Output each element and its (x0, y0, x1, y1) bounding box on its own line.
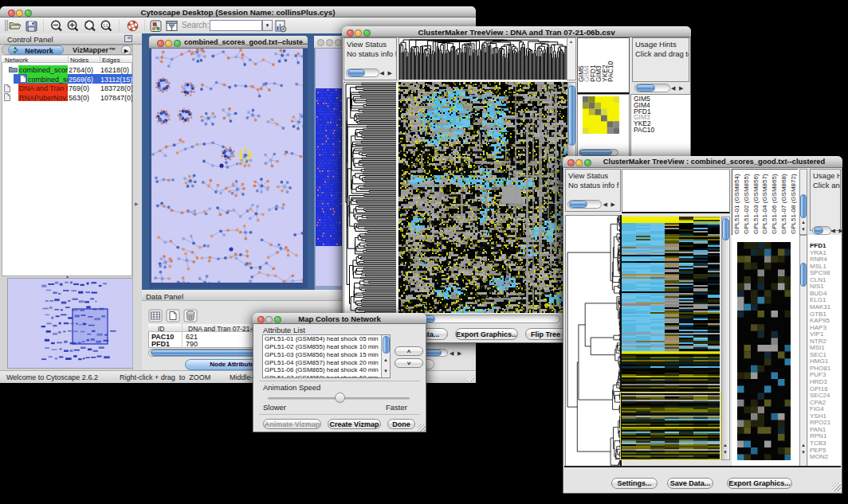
svg-text:GPL51-08 (GSM872): GPL51-08 (GSM872) (790, 174, 797, 234)
svg-text:GPL51-07 (GSM868): GPL51-07 (GSM868) (780, 174, 787, 234)
svg-text:1:1: 1:1 (103, 24, 108, 28)
svg-text:GPL51-06 (GSM865): GPL51-06 (GSM865) (771, 174, 778, 234)
svg-text:GPL51-02 (GSM855): GPL51-02 (GSM855) (743, 174, 750, 234)
svg-text:GPL51-03 (GSM856): GPL51-03 (GSM856) (752, 174, 760, 234)
svg-text:PAC10: PAC10 (607, 61, 614, 82)
svg-text:GPL51-04 (GSM857): GPL51-04 (GSM857) (761, 174, 768, 234)
svg-text:GPL51-01 (GSM854): GPL51-01 (GSM854) (733, 174, 740, 234)
